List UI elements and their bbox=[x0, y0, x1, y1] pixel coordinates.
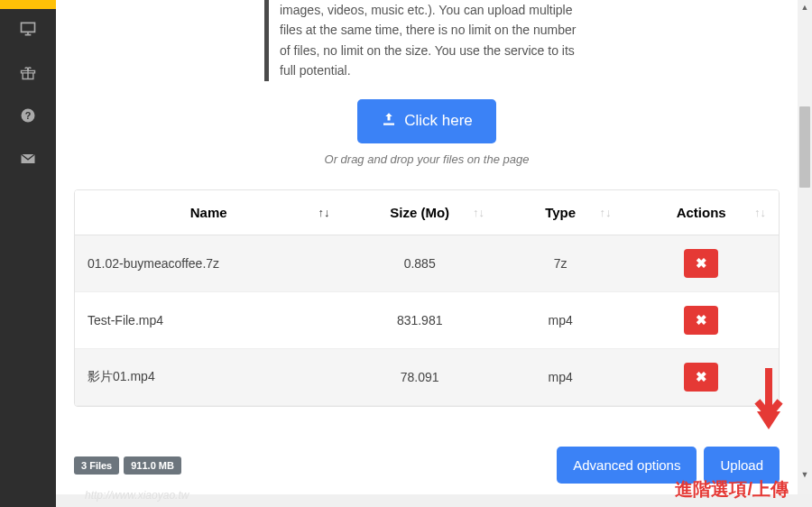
upload-icon bbox=[381, 111, 397, 132]
sort-icon: ↑↓ bbox=[599, 206, 611, 219]
delete-button[interactable]: ✖ bbox=[684, 306, 718, 335]
click-here-button[interactable]: Click here bbox=[357, 99, 496, 143]
sort-icon: ↑↓ bbox=[473, 206, 484, 219]
svg-text:?: ? bbox=[25, 110, 32, 121]
sidebar-highlight bbox=[0, 0, 56, 9]
sort-icon: ↑↓ bbox=[318, 206, 329, 219]
upload-area: Click here Or drag and drop your files o… bbox=[56, 99, 798, 166]
sidebar-item-mail[interactable] bbox=[0, 139, 56, 182]
gift-icon bbox=[19, 63, 37, 85]
question-icon: ? bbox=[19, 106, 37, 128]
cell-name: 01.02-buymeacoffee.7z bbox=[75, 235, 342, 291]
col-actions[interactable]: Actions↑↓ bbox=[623, 190, 779, 235]
cell-name: Test-File.mp4 bbox=[75, 291, 342, 348]
sidebar-item-gift[interactable] bbox=[0, 52, 56, 96]
drag-hint: Or drag and drop your files on the page bbox=[56, 152, 798, 166]
cell-size: 831.981 bbox=[342, 291, 497, 348]
envelope-icon bbox=[19, 150, 37, 171]
table-row: 影片01.mp478.091mp4✖ bbox=[75, 348, 779, 405]
table-row: 01.02-buymeacoffee.7z0.8857z✖ bbox=[75, 235, 779, 291]
scroll-up-icon[interactable]: ▲ bbox=[798, 0, 812, 14]
scrollbar[interactable]: ▲ ▼ bbox=[798, 0, 812, 494]
scroll-down-icon[interactable]: ▼ bbox=[798, 467, 812, 482]
cell-size: 0.885 bbox=[342, 235, 497, 291]
cell-type: mp4 bbox=[497, 348, 623, 405]
footer-bar: 3 Files 911.0 MB Advanced options Upload bbox=[74, 447, 780, 484]
table-row: Test-File.mp4831.981mp4✖ bbox=[75, 291, 779, 348]
delete-button[interactable]: ✖ bbox=[684, 363, 718, 392]
info-text: images, videos, music etc.). You can upl… bbox=[264, 0, 589, 81]
files-count-badge: 3 Files bbox=[74, 456, 119, 475]
monitor-icon bbox=[19, 20, 37, 41]
total-size-badge: 911.0 MB bbox=[124, 456, 181, 475]
cell-actions: ✖ bbox=[623, 348, 779, 405]
sidebar-item-help[interactable]: ? bbox=[0, 96, 56, 139]
col-size[interactable]: Size (Mo)↑↓ bbox=[342, 190, 497, 235]
col-type[interactable]: Type↑↓ bbox=[497, 190, 623, 235]
files-table: Name↑↓ Size (Mo)↑↓ Type↑↓ Actions↑↓ 01.0… bbox=[74, 189, 780, 407]
cell-actions: ✖ bbox=[623, 235, 779, 291]
sort-icon: ↑↓ bbox=[754, 206, 766, 219]
delete-button[interactable]: ✖ bbox=[684, 249, 718, 278]
cell-type: 7z bbox=[497, 235, 623, 291]
advanced-options-button[interactable]: Advanced options bbox=[557, 447, 697, 484]
sidebar-item-screen[interactable] bbox=[0, 9, 56, 52]
cell-actions: ✖ bbox=[623, 291, 779, 348]
upload-button[interactable]: Upload bbox=[704, 447, 780, 484]
sidebar: ? bbox=[0, 0, 56, 507]
cell-size: 78.091 bbox=[342, 348, 497, 405]
scroll-thumb[interactable] bbox=[799, 106, 810, 188]
cell-name: 影片01.mp4 bbox=[75, 348, 342, 405]
cell-type: mp4 bbox=[497, 291, 623, 348]
main-content: images, videos, music etc.). You can upl… bbox=[56, 0, 798, 494]
click-here-label: Click here bbox=[404, 112, 473, 130]
col-name[interactable]: Name↑↓ bbox=[75, 190, 342, 235]
